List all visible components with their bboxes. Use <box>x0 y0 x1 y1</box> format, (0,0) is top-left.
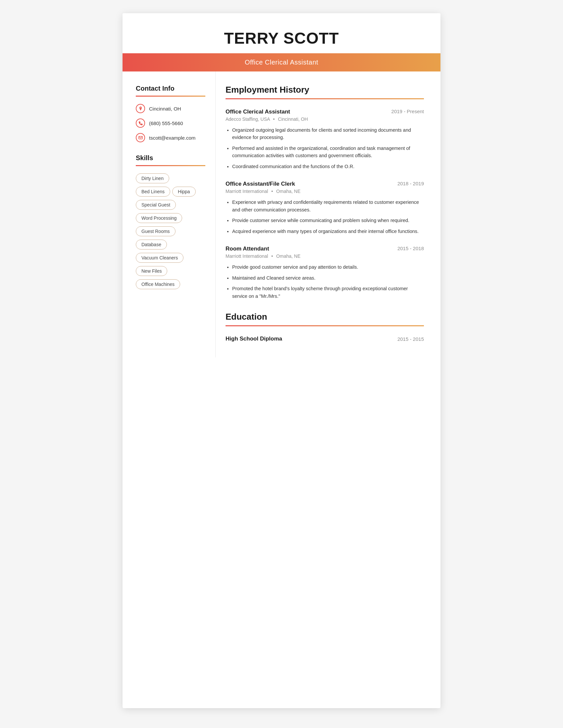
edu-degree: High School Diploma <box>225 336 282 342</box>
phone-icon <box>136 118 145 128</box>
svg-rect-0 <box>139 136 142 139</box>
job-dates: 2018 - 2019 <box>398 181 424 186</box>
job-title: Office Assistant/File Clerk <box>225 181 295 187</box>
contact-divider <box>136 96 205 97</box>
location-text: Cincinnati, OH <box>149 106 181 112</box>
skill-tag: Special Guest <box>136 200 176 210</box>
edu-dates: 2015 - 2015 <box>398 336 424 342</box>
job-bullets: Experience with privacy and confidential… <box>225 199 424 235</box>
skills-tags: Dirty LinenBed LinensHippaSpecial GuestW… <box>136 173 205 293</box>
job-title: Room Attendant <box>225 246 269 252</box>
skills-divider <box>136 165 205 166</box>
job-bullets: Organized outgoing legal documents for c… <box>225 126 424 170</box>
candidate-name: TERRY SCOTT <box>142 29 421 47</box>
job-bullet: Provide customer service while communica… <box>232 217 424 224</box>
job-header: Office Clerical Assistant2019 - Present <box>225 109 424 115</box>
skill-tag: Bed Linens <box>136 187 170 197</box>
education-container: High School Diploma2015 - 2015 <box>225 336 424 342</box>
skill-tag: New Files <box>136 266 167 276</box>
job-company: Marriott International • Omaha, NE <box>225 189 424 194</box>
job-bullet: Provide good customer service and pay at… <box>232 263 424 271</box>
skill-tag: Hippa <box>172 187 196 197</box>
contact-location: Cincinnati, OH <box>136 104 205 113</box>
email-icon <box>136 133 145 142</box>
job-block: Office Assistant/File Clerk2018 - 2019Ma… <box>225 181 424 235</box>
education-divider <box>225 325 424 326</box>
job-bullets: Provide good customer service and pay at… <box>225 263 424 300</box>
job-bullet: Acquired experience with many types of o… <box>232 228 424 235</box>
phone-text: (680) 555-5660 <box>149 120 183 126</box>
job-bullet: Organized outgoing legal documents for c… <box>232 126 424 141</box>
skill-tag: Guest Rooms <box>136 226 175 236</box>
job-block: Room Attendant2015 - 2018Marriott Intern… <box>225 246 424 300</box>
resume-header: TERRY SCOTT <box>122 13 441 47</box>
education-block: High School Diploma2015 - 2015 <box>225 336 424 342</box>
job-bullet: Experience with privacy and confidential… <box>232 199 424 213</box>
jobs-container: Office Clerical Assistant2019 - PresentA… <box>225 109 424 300</box>
skills-section: Skills Dirty LinenBed LinensHippaSpecial… <box>136 154 205 293</box>
candidate-title: Office Clerical Assistant <box>245 59 318 66</box>
job-bullet: Promoted the hotel brand's loyalty schem… <box>232 285 424 300</box>
sidebar: Contact Info Cincinnati, OH <box>122 71 215 357</box>
employment-title: Employment History <box>225 85 424 95</box>
job-company: Marriott International • Omaha, NE <box>225 253 424 259</box>
job-block: Office Clerical Assistant2019 - PresentA… <box>225 109 424 170</box>
skills-section-title: Skills <box>136 154 205 162</box>
email-text: tscott@example.com <box>149 135 195 141</box>
skill-tag: Vacuum Cleaners <box>136 253 183 263</box>
job-header: Office Assistant/File Clerk2018 - 2019 <box>225 181 424 187</box>
main-content: Employment History Office Clerical Assis… <box>215 71 441 357</box>
job-title: Office Clerical Assistant <box>225 109 290 115</box>
job-dates: 2019 - Present <box>392 109 424 114</box>
contact-section: Contact Info Cincinnati, OH <box>136 85 205 142</box>
resume-container: TERRY SCOTT Office Clerical Assistant Co… <box>122 13 441 708</box>
job-bullet: Performed and assisted in the organizati… <box>232 145 424 159</box>
contact-email: tscott@example.com <box>136 133 205 142</box>
skill-tag: Word Processing <box>136 213 182 223</box>
skill-tag: Dirty Linen <box>136 173 169 183</box>
education-title: Education <box>225 312 424 322</box>
contact-phone: (680) 555-5660 <box>136 118 205 128</box>
contact-section-title: Contact Info <box>136 85 205 92</box>
resume-body: Contact Info Cincinnati, OH <box>122 71 441 357</box>
job-header: Room Attendant2015 - 2018 <box>225 246 424 252</box>
employment-section: Employment History Office Clerical Assis… <box>225 85 424 300</box>
employment-divider <box>225 98 424 99</box>
education-section: Education High School Diploma2015 - 2015 <box>225 312 424 342</box>
job-bullet: Coordinated communication and the functi… <box>232 163 424 170</box>
skill-tag: Office Machines <box>136 279 180 289</box>
job-company: Adecco Staffing, USA • Cincinnati, OH <box>225 116 424 122</box>
job-dates: 2015 - 2018 <box>398 246 424 251</box>
job-bullet: Maintained and Cleaned service areas. <box>232 274 424 282</box>
skill-tag: Database <box>136 240 167 250</box>
resume-title-bar: Office Clerical Assistant <box>122 53 441 71</box>
location-icon <box>136 104 145 113</box>
